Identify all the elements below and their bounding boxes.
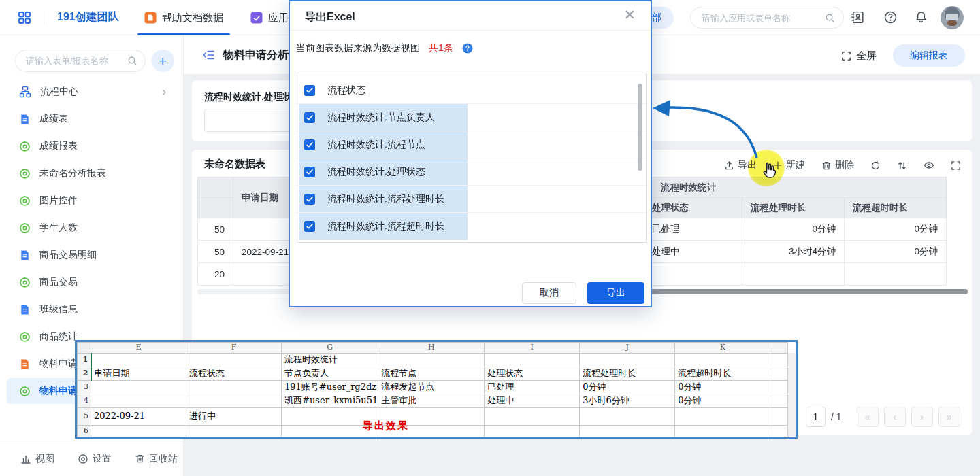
cancel-button[interactable]: 取消: [522, 282, 576, 304]
sidebar-item-8[interactable]: 商品交易: [0, 269, 184, 296]
toolbar-trash-button[interactable]: 删除: [821, 159, 854, 171]
export-field-row-3[interactable]: 流程时效统计.流程节点: [297, 131, 646, 158]
contacts-icon[interactable]: [851, 10, 865, 24]
search-icon[interactable]: [825, 13, 835, 23]
footer-settings-button[interactable]: 设置: [78, 453, 112, 465]
excel-cell: [770, 394, 788, 408]
excel-cell: [770, 408, 788, 426]
fullscreen-button[interactable]: 全屏: [841, 50, 877, 63]
excel-cell: [186, 381, 282, 394]
footer-chart-button[interactable]: 视图: [20, 453, 54, 465]
add-form-button[interactable]: +: [152, 50, 174, 72]
export-field-row-1[interactable]: 流程状态: [297, 77, 646, 104]
export-field-row-2[interactable]: 流程时效统计.节点负责人: [297, 104, 646, 131]
col-header[interactable]: 流程处理时长: [742, 198, 845, 218]
app-purple-icon: [250, 12, 263, 24]
toolbar-sort-icon-button[interactable]: [897, 160, 907, 171]
tab-2[interactable]: 应用: [250, 0, 289, 35]
col-header-empty: [198, 177, 233, 198]
next-page-button[interactable]: ›: [911, 407, 933, 427]
close-icon[interactable]: ✕: [623, 7, 636, 22]
team-name[interactable]: 191创建团队: [57, 10, 119, 24]
sidebar-item-1[interactable]: 流程中心›: [0, 78, 184, 105]
excel-cell: [770, 426, 788, 437]
checkbox-checked-icon[interactable]: [304, 85, 315, 96]
sidebar-item-2[interactable]: 成绩表: [0, 105, 184, 133]
sidebar-item-4[interactable]: 未命名分析报表: [0, 160, 184, 187]
excel-cell: [485, 354, 580, 367]
excel-col-header: J: [580, 343, 675, 354]
sidebar-item-label: 班级信息: [39, 303, 78, 316]
checkbox-checked-icon[interactable]: [304, 112, 315, 123]
toolbar-export-button[interactable]: 导出: [724, 159, 757, 171]
doc-orange-icon: [144, 12, 157, 24]
doc-blue-icon: [19, 250, 31, 261]
avatar[interactable]: [941, 6, 964, 29]
tab-1[interactable]: 帮助文档数据: [144, 0, 223, 35]
checkbox-checked-icon[interactable]: [304, 221, 315, 232]
field-label: 流程时效统计.流程处理时长: [327, 193, 444, 205]
export-field-list: 流程状态流程时效统计.节点负责人流程时效统计.流程节点流程时效统计.处理状态流程…: [297, 73, 647, 243]
question-mark-icon[interactable]: [462, 43, 473, 54]
sidebar-item-9[interactable]: 班级信息: [0, 296, 184, 323]
toolbar-refresh-icon-button[interactable]: [870, 160, 881, 171]
export-field-row-5[interactable]: 流程时效统计.流程处理时长: [297, 186, 646, 213]
page-current[interactable]: 1: [806, 407, 826, 427]
fullscreen-icon: [951, 160, 961, 171]
sidebar-search-input[interactable]: [26, 50, 125, 71]
excel-cell: [770, 354, 788, 367]
search-icon[interactable]: [127, 56, 137, 66]
checkbox-checked-icon[interactable]: [304, 167, 315, 177]
checkbox-checked-icon[interactable]: [304, 194, 315, 205]
table-toolbar: 导出新建删除: [724, 155, 961, 175]
excel-row: 1流程时效统计: [78, 354, 788, 367]
export-confirm-button[interactable]: 导出: [587, 282, 644, 304]
chevron-right-icon: ›: [163, 86, 166, 98]
sort-icon: [897, 160, 907, 171]
toolbar-eye-icon-button[interactable]: [924, 160, 934, 171]
footer-trash-button[interactable]: 回收站: [135, 453, 178, 465]
checkbox-checked-icon[interactable]: [304, 139, 315, 150]
data-source-text: 当前图表数据来源为数据视图: [296, 42, 420, 54]
prev-page-button[interactable]: ‹: [884, 407, 906, 427]
toolbar-fullscreen-icon-button[interactable]: [951, 160, 961, 171]
sidebar-item-3[interactable]: 成绩报表: [0, 133, 184, 160]
sidebar-item-label: 图片控件: [39, 194, 78, 207]
app-grid-icon[interactable]: [18, 11, 31, 24]
edit-report-button[interactable]: 编辑报表: [893, 44, 965, 67]
excel-cell: [186, 426, 282, 437]
toolbar-plus-button[interactable]: 新建: [773, 159, 805, 171]
excel-cell: [675, 426, 770, 437]
excel-cell: 流程节点: [378, 367, 485, 381]
excel-cell: [91, 381, 186, 394]
export-field-row-6[interactable]: 流程时效统计.流程超时时长: [297, 213, 646, 240]
excel-cell: [485, 426, 580, 437]
excel-cell: 节点负责人: [282, 367, 378, 381]
export-field-row-4[interactable]: 流程时效统计.处理状态: [297, 158, 646, 186]
global-search-input[interactable]: [702, 7, 821, 28]
help-icon[interactable]: [883, 10, 898, 24]
dialog-info-row: 当前图表数据来源为数据视图 共1条: [296, 42, 473, 54]
sidebar-item-label: 商品交易明细: [39, 249, 97, 261]
notifications-bell-icon[interactable]: [914, 10, 928, 24]
sidebar-item-6[interactable]: 学生人数: [0, 214, 184, 241]
chart-icon: [20, 454, 31, 464]
excel-cell: 已处理: [485, 381, 580, 394]
report-green-icon: [19, 277, 31, 288]
table-cell: [644, 263, 742, 286]
excel-cell: 流程处理时长: [580, 367, 675, 381]
list-scrollbar-thumb[interactable]: [638, 84, 642, 171]
record-count-badge: 共1条: [429, 42, 453, 54]
col-header[interactable]: 流程超时时长: [845, 198, 947, 218]
doc-blue-icon: [19, 304, 31, 316]
excel-row: 3191账号#user_rg2dz流程发起节点已处理0分钟0分钟: [78, 381, 788, 394]
divider: [290, 30, 651, 31]
col-header[interactable]: 处理状态: [644, 198, 742, 218]
last-page-button[interactable]: »: [938, 407, 960, 427]
first-page-button[interactable]: «: [857, 407, 879, 427]
excel-col-header: K: [675, 343, 770, 354]
collapse-sidebar-icon[interactable]: [203, 49, 215, 61]
sidebar-item-7[interactable]: 商品交易明细: [0, 241, 184, 269]
sidebar-item-5[interactable]: 图片控件: [0, 187, 184, 214]
excel-cell: [186, 394, 282, 408]
